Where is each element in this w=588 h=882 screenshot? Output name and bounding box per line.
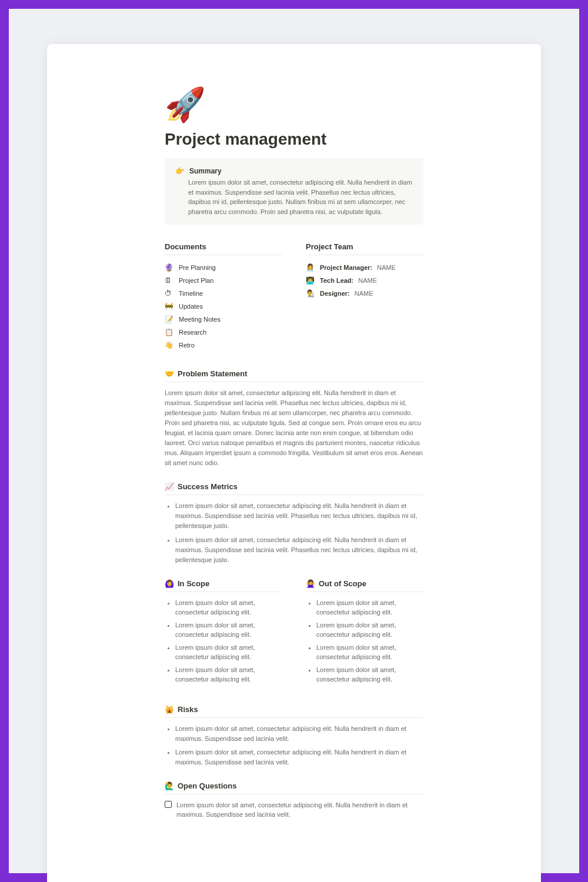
doc-item-icon: 📝 (165, 315, 174, 323)
inscope-list: Lorem ipsum dolor sit amet, consectetur … (165, 598, 282, 684)
document-link[interactable]: 🔮Pre Planning (165, 261, 282, 274)
outscope-item: Lorem ipsum dolor sit amet, consectetur … (316, 598, 423, 617)
team-member-name: NAME (355, 290, 373, 297)
document-link[interactable]: 🗓Project Plan (165, 274, 282, 287)
outscope-list: Lorem ipsum dolor sit amet, consectetur … (306, 598, 423, 684)
documents-heading: Documents (165, 242, 282, 255)
success-item: Lorem ipsum dolor sit amet, consectetur … (175, 501, 423, 531)
doc-item-label: Timeline (179, 290, 203, 297)
team-column: Project Team 👩‍💼Project Manager: NAME👨‍💻… (306, 242, 423, 352)
pointing-icon: 👉 (175, 166, 185, 175)
handshake-icon: 🤝 (165, 369, 174, 378)
success-item: Lorem ipsum dolor sit amet, consectetur … (175, 535, 423, 565)
team-member-name: NAME (377, 264, 396, 271)
team-role-label: Designer: (320, 290, 350, 297)
problem-heading: Problem Statement (178, 369, 247, 378)
app-frame: 🚀 Project management 👉 Summary Lorem ips… (9, 9, 579, 873)
inscope-item: Lorem ipsum dolor sit amet, consectetur … (175, 665, 282, 684)
document-link[interactable]: 📝Meeting Notes (165, 313, 282, 326)
summary-text: Lorem ipsum dolor sit amet, consectetur … (188, 178, 413, 216)
chart-icon: 📈 (165, 482, 174, 491)
documents-list: 🔮Pre Planning🗓Project Plan⏱Timeline🚧Upda… (165, 261, 282, 352)
doc-item-label: Retro (179, 342, 195, 349)
doc-item-icon: ⏱ (165, 289, 174, 298)
raised-hand-icon: 🙋‍♂️ (165, 781, 174, 790)
inscope-item: Lorem ipsum dolor sit amet, consectetur … (175, 643, 282, 662)
team-member: 👩‍💼Project Manager: NAME (306, 261, 423, 274)
success-heading: Success Metrics (178, 482, 238, 491)
inscope-heading: In Scope (178, 579, 209, 588)
page-icon: 🚀 (165, 85, 423, 124)
success-list: Lorem ipsum dolor sit amet, consectetur … (165, 501, 423, 564)
team-member: 👨‍🎨Designer: NAME (306, 287, 423, 300)
page-card: 🚀 Project management 👉 Summary Lorem ips… (47, 44, 541, 882)
questions-heading: Open Questions (178, 781, 236, 790)
outscope-item: Lorem ipsum dolor sit amet, consectetur … (316, 665, 423, 684)
summary-heading: Summary (189, 167, 222, 175)
doc-item-label: Research (179, 329, 206, 336)
doc-item-icon: 🗓 (165, 276, 174, 285)
team-member-icon: 👩‍💼 (306, 263, 315, 272)
team-member-icon: 👨‍🎨 (306, 289, 315, 298)
risks-heading: Risks (178, 705, 198, 714)
document-link[interactable]: 📋Research (165, 326, 282, 339)
risk-item: Lorem ipsum dolor sit amet, consectetur … (175, 747, 423, 767)
outscope-item: Lorem ipsum dolor sit amet, consectetur … (316, 620, 423, 640)
outscope-item: Lorem ipsum dolor sit amet, consectetur … (316, 643, 423, 662)
doc-item-label: Project Plan (179, 277, 213, 284)
doc-item-icon: 🚧 (165, 302, 174, 310)
doc-item-icon: 👋 (165, 341, 174, 349)
outscope-section: 🙅‍♀️ Out of Scope Lorem ipsum dolor sit … (306, 579, 423, 687)
question-item: Lorem ipsum dolor sit amet, consectetur … (165, 800, 423, 820)
questions-section: 🙋‍♂️ Open Questions Lorem ipsum dolor si… (165, 781, 423, 820)
question-text: Lorem ipsum dolor sit amet, consectetur … (176, 800, 423, 820)
questions-list: Lorem ipsum dolor sit amet, consectetur … (165, 800, 423, 820)
document-link[interactable]: ⏱Timeline (165, 287, 282, 300)
risks-list: Lorem ipsum dolor sit amet, consectetur … (165, 724, 423, 767)
team-member-icon: 👨‍💻 (306, 276, 315, 285)
checkbox[interactable] (165, 801, 172, 808)
document-link[interactable]: 👋Retro (165, 339, 282, 352)
doc-item-label: Updates (179, 303, 203, 310)
outscope-heading: Out of Scope (319, 579, 366, 588)
doc-item-icon: 📋 (165, 328, 174, 336)
team-role-label: Project Manager: (320, 264, 372, 271)
person-ok-icon: 🙆‍♀️ (165, 579, 174, 588)
inscope-section: 🙆‍♀️ In Scope Lorem ipsum dolor sit amet… (165, 579, 282, 687)
risk-item: Lorem ipsum dolor sit amet, consectetur … (175, 724, 423, 744)
risks-section: 🙀 Risks Lorem ipsum dolor sit amet, cons… (165, 705, 423, 767)
team-member-name: NAME (358, 277, 377, 284)
problem-section: 🤝 Problem Statement Lorem ipsum dolor si… (165, 369, 423, 468)
inscope-item: Lorem ipsum dolor sit amet, consectetur … (175, 598, 282, 617)
document-link[interactable]: 🚧Updates (165, 300, 282, 313)
doc-item-label: Meeting Notes (179, 316, 220, 323)
doc-item-label: Pre Planning (179, 264, 216, 271)
team-heading: Project Team (306, 242, 423, 255)
problem-text: Lorem ipsum dolor sit amet, consectetur … (165, 388, 423, 468)
page-title: Project management (165, 130, 423, 149)
team-list: 👩‍💼Project Manager: NAME👨‍💻Tech Lead: NA… (306, 261, 423, 300)
inscope-item: Lorem ipsum dolor sit amet, consectetur … (175, 620, 282, 640)
doc-item-icon: 🔮 (165, 263, 174, 272)
team-member: 👨‍💻Tech Lead: NAME (306, 274, 423, 287)
scared-cat-icon: 🙀 (165, 705, 174, 714)
success-section: 📈 Success Metrics Lorem ipsum dolor sit … (165, 482, 423, 564)
team-role-label: Tech Lead: (320, 277, 353, 284)
summary-callout: 👉 Summary Lorem ipsum dolor sit amet, co… (165, 158, 423, 225)
person-no-icon: 🙅‍♀️ (306, 579, 315, 588)
documents-column: Documents 🔮Pre Planning🗓Project Plan⏱Tim… (165, 242, 282, 352)
